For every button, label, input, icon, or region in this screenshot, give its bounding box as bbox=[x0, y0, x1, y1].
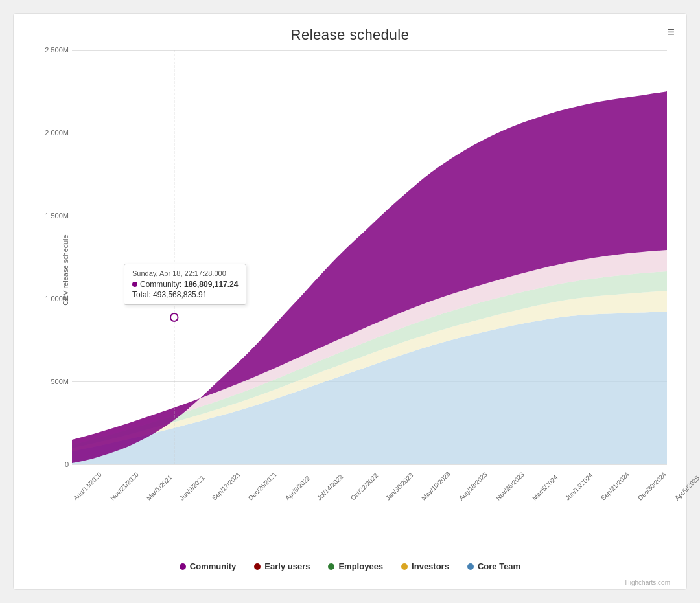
x-label-8: Oct/22/2022 bbox=[349, 472, 379, 501]
x-label-17: Apr/9/2025 bbox=[673, 474, 700, 501]
hamburger-menu-icon[interactable]: ≡ bbox=[667, 25, 675, 38]
crosshair-dot bbox=[170, 313, 178, 321]
legend-label-investors: Investors bbox=[412, 562, 449, 571]
legend-dot-core-team bbox=[467, 563, 474, 570]
chart-container: Release schedule ≡ CRV release schedule … bbox=[13, 13, 687, 590]
legend-item-investors[interactable]: Investors bbox=[401, 562, 449, 571]
legend-item-early-users[interactable]: Early users bbox=[254, 562, 310, 571]
x-label-3: Jun/9/2021 bbox=[178, 474, 206, 502]
legend-dot-community bbox=[180, 563, 186, 570]
chart-area: CRV release schedule 2 500M 2 000M 1 500… bbox=[72, 50, 667, 490]
y-label-1500: 1 500M bbox=[36, 212, 69, 220]
y-label-500: 500M bbox=[36, 378, 69, 385]
x-label-11: Aug/18/2023 bbox=[458, 471, 489, 502]
x-axis-container: Aug/13/2020 Nov/21/2020 Mar/1/2021 Jun/9… bbox=[72, 490, 667, 542]
x-label-7: Jul/14/2022 bbox=[316, 473, 344, 501]
x-label-1: Nov/21/2020 bbox=[109, 471, 140, 502]
legend-item-community[interactable]: Community bbox=[180, 562, 237, 571]
x-label-5: Dec/26/2021 bbox=[247, 471, 278, 502]
legend-dot-early-users bbox=[254, 563, 261, 570]
x-label-4: Sep/17/2021 bbox=[211, 471, 242, 502]
legend-label-core-team: Core Team bbox=[478, 562, 520, 571]
x-label-10: May/10/2023 bbox=[420, 470, 452, 502]
legend-dot-investors bbox=[401, 563, 408, 570]
x-label-15: Sep/21/2024 bbox=[600, 471, 631, 502]
legend-label-community: Community bbox=[190, 562, 237, 571]
y-label-0: 0 bbox=[36, 461, 69, 468]
legend-item-employees[interactable]: Employees bbox=[328, 562, 383, 571]
legend-item-core-team[interactable]: Core Team bbox=[467, 562, 520, 571]
x-label-0: Aug/13/2020 bbox=[72, 471, 103, 502]
legend-dot-employees bbox=[328, 563, 334, 570]
chart-title: Release schedule bbox=[27, 27, 673, 43]
legend-label-early-users: Early users bbox=[264, 562, 310, 571]
x-label-9: Jan/30/2023 bbox=[384, 472, 415, 502]
x-label-16: Dec/30/2024 bbox=[636, 471, 668, 502]
highcharts-credit: Highcharts.com bbox=[27, 579, 670, 586]
y-label-2000: 2 000M bbox=[36, 129, 69, 137]
x-label-6: Apr/5/2022 bbox=[284, 474, 311, 501]
y-label-1000: 1 000M bbox=[36, 295, 69, 302]
legend-label-employees: Employees bbox=[338, 562, 383, 571]
chart-svg bbox=[72, 50, 667, 464]
chart-legend: Community Early users Employees Investor… bbox=[27, 555, 673, 578]
x-label-12: Nov/26/2023 bbox=[495, 471, 526, 502]
x-label-13: Mar/5/2024 bbox=[531, 473, 559, 502]
x-label-14: Jun/13/2024 bbox=[564, 472, 594, 502]
y-label-2500: 2 500M bbox=[36, 46, 69, 54]
x-label-2: Mar/1/2021 bbox=[145, 473, 174, 502]
